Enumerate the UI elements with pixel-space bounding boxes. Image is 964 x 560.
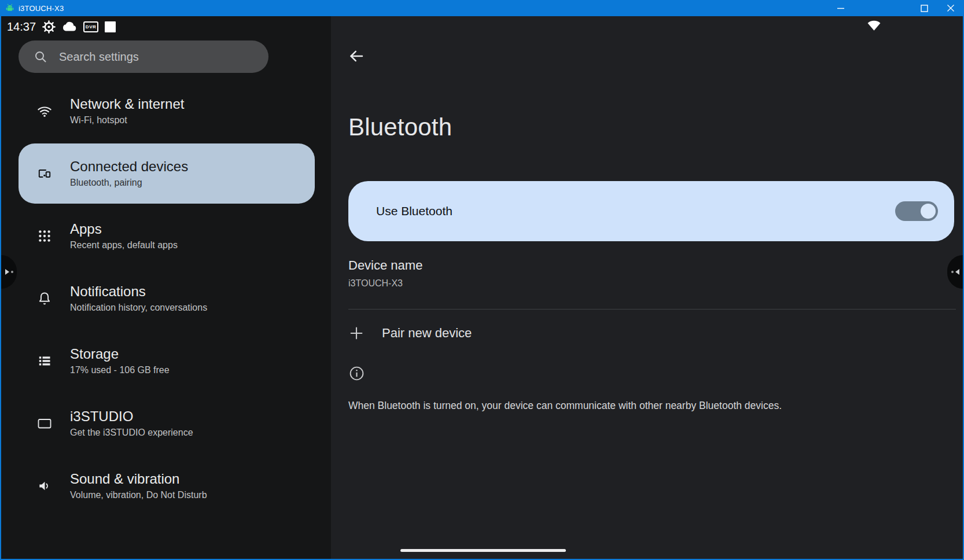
pair-new-device-button[interactable]: Pair new device <box>348 318 472 348</box>
toggle-knob <box>921 204 936 219</box>
device-name-row[interactable]: Device name i3TOUCH-X3 <box>348 258 950 289</box>
minimize-button[interactable] <box>827 0 854 16</box>
search-input[interactable] <box>59 50 244 64</box>
sidebar-item-apps[interactable]: Apps Recent apps, default apps <box>19 206 315 266</box>
page-title: Bluetooth <box>348 113 452 141</box>
sidebar-item-storage[interactable]: Storage 17% used - 106 GB free <box>19 331 315 391</box>
close-button[interactable] <box>937 0 964 16</box>
sidebar-item-subtitle: Wi-Fi, hotspot <box>70 115 184 126</box>
connected-devices-icon <box>37 166 52 181</box>
board-icon <box>37 416 52 431</box>
sidebar-item-subtitle: 17% used - 106 GB free <box>70 365 170 375</box>
arrow-left-icon <box>955 269 959 275</box>
app-window: i3TOUCH-X3 14:37 <box>0 0 964 560</box>
plus-icon <box>348 325 365 341</box>
sidebar-item-title: Sound & vibration <box>70 471 207 486</box>
window-controls <box>0 0 964 16</box>
maximize-button[interactable] <box>911 0 937 16</box>
search-icon <box>34 50 47 64</box>
sidebar-item-text: i3STUDIO Get the i3STUDIO experience <box>70 409 193 437</box>
sidebar-item-notifications[interactable]: Notifications Notification history, conv… <box>19 268 315 329</box>
bluetooth-info-text: When Bluetooth is turned on, your device… <box>348 400 811 412</box>
use-bluetooth-label: Use Bluetooth <box>376 204 452 218</box>
arrow-right-icon <box>5 269 9 275</box>
sidebar-item-subtitle: Bluetooth, pairing <box>70 178 188 188</box>
sidebar-item-subtitle: Notification history, conversations <box>70 303 207 313</box>
bluetooth-panel: Bluetooth Use Bluetooth Device name i3TO… <box>331 16 963 559</box>
sidebar-item-connected-devices[interactable]: Connected devices Bluetooth, pairing <box>19 143 315 204</box>
sidebar-item-sound-vibration[interactable]: Sound & vibration Volume, vibration, Do … <box>19 456 315 516</box>
sidebar-item-title: i3STUDIO <box>70 409 193 423</box>
sidebar-item-text: Notifications Notification history, conv… <box>70 284 207 312</box>
gesture-navigation-handle[interactable] <box>400 549 566 552</box>
bell-icon <box>37 291 52 306</box>
settings-menu: Network & internet Wi-Fi, hotspot Connec… <box>19 81 315 516</box>
status-bar-left: 14:37 <box>7 18 116 35</box>
settings-sidebar: 14:37 <box>1 16 331 559</box>
sidebar-item-text: Sound & vibration Volume, vibration, Do … <box>70 471 207 500</box>
pair-new-device-label: Pair new device <box>382 326 472 341</box>
window-titlebar: i3TOUCH-X3 <box>0 0 964 16</box>
device-name-value: i3TOUCH-X3 <box>348 278 950 289</box>
sidebar-item-subtitle: Recent apps, default apps <box>70 240 178 250</box>
sidebar-item-title: Storage <box>70 347 170 361</box>
sidebar-item-subtitle: Volume, vibration, Do Not Disturb <box>70 490 207 500</box>
sidebar-item-text: Connected devices Bluetooth, pairing <box>70 159 188 187</box>
wifi-status-icon <box>866 18 882 34</box>
square-notification-icon <box>105 21 116 32</box>
apps-grid-icon <box>37 229 52 244</box>
sidebar-item-title: Apps <box>70 222 178 236</box>
use-bluetooth-card[interactable]: Use Bluetooth <box>348 181 954 241</box>
info-icon <box>348 365 365 384</box>
sidebar-item-network-internet[interactable]: Network & internet Wi-Fi, hotspot <box>19 81 315 141</box>
storage-icon <box>37 353 52 369</box>
search-settings-bar[interactable] <box>19 40 268 73</box>
bluetooth-toggle[interactable] <box>895 201 938 221</box>
settings-gear-icon <box>42 20 56 34</box>
edge-dot-icon <box>951 271 954 273</box>
sidebar-item-i3studio[interactable]: i3STUDIO Get the i3STUDIO experience <box>19 393 315 454</box>
sidebar-item-title: Network & internet <box>70 97 184 111</box>
edge-dot-icon <box>11 271 13 273</box>
android-screen: 14:37 <box>1 16 963 559</box>
speaker-icon <box>37 478 52 493</box>
sidebar-item-title: Notifications <box>70 284 207 299</box>
sidebar-item-text: Apps Recent apps, default apps <box>70 222 178 250</box>
back-button[interactable] <box>347 47 366 66</box>
cloud-icon <box>62 21 77 32</box>
wifi-icon <box>37 104 52 119</box>
sidebar-item-text: Storage 17% used - 106 GB free <box>70 347 170 375</box>
section-divider <box>348 309 956 310</box>
sidebar-item-title: Connected devices <box>70 159 188 174</box>
device-name-label: Device name <box>348 258 950 273</box>
status-clock: 14:37 <box>7 20 36 34</box>
sidebar-item-text: Network & internet Wi-Fi, hotspot <box>70 97 184 125</box>
sidebar-item-subtitle: Get the i3STUDIO experience <box>70 428 193 438</box>
dvr-icon: DVR <box>83 21 98 32</box>
